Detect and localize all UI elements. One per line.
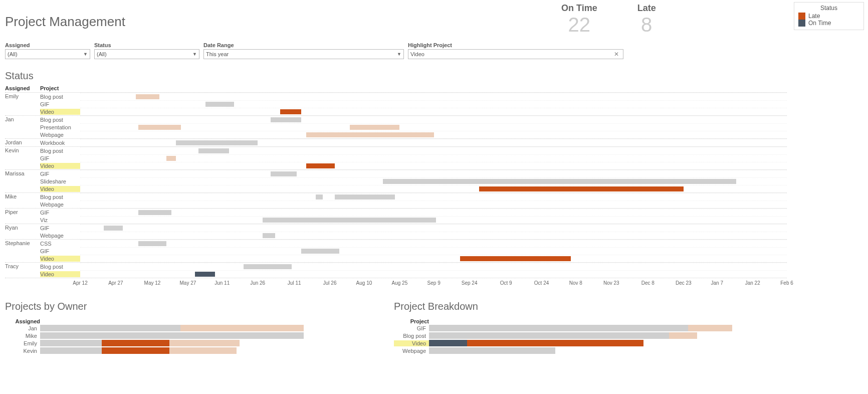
gantt-bar[interactable] [195,272,215,277]
stacked-segment[interactable] [40,347,102,354]
stacked-segment[interactable] [180,325,304,331]
gantt-bar[interactable] [244,264,292,269]
gantt-project-label: Blog post [40,117,80,123]
breakdown-body: GIFBlog postVideoWebpage [394,324,745,354]
stacked-row: Kevin [5,347,321,354]
swatch-ontime-icon [798,20,805,27]
gantt-bar[interactable] [280,109,302,114]
stacked-segment[interactable] [429,325,688,331]
gantt-project-label: Video [40,163,80,169]
gantt-bar[interactable] [263,233,276,238]
gantt-project-row: Webpage [40,232,787,239]
gantt-axis-tick: Apr 27 [108,280,123,286]
stacked-segment[interactable] [467,340,644,346]
legend-title: Status [798,5,859,12]
gantt-axis-tick: Oct 24 [534,280,549,286]
gantt-track [80,147,787,154]
kpi-ontime-value: 22 [561,14,597,36]
gantt-person-name: Marissa [5,170,40,192]
gantt-bar[interactable] [383,179,736,184]
gantt-bar[interactable] [138,125,181,130]
stacked-segment[interactable] [102,340,169,346]
gantt-bar[interactable] [263,218,437,223]
gantt-bar[interactable] [306,132,434,137]
gantt-project-label: Webpage [40,233,80,239]
gantt-person-block: JanBlog postPresentationWebpage [5,116,787,139]
stacked-segment[interactable] [169,347,237,354]
gantt-project-label: Video [40,186,80,192]
gantt-project-row: Presentation [40,123,787,131]
status-section-title: Status [5,70,34,82]
gantt-bar[interactable] [198,148,229,153]
gantt-project-row: Video [40,255,787,262]
gantt-bar[interactable] [271,171,297,176]
stacked-segment[interactable] [40,340,102,346]
gantt-bar[interactable] [138,210,171,215]
filter-assigned-dropdown[interactable]: (All) ▼ [5,49,90,59]
gantt-bar[interactable] [350,125,399,130]
filter-status-label: Status [94,42,199,48]
gantt-bar[interactable] [138,241,167,246]
stacked-track [429,347,745,354]
stacked-segment[interactable] [429,332,669,339]
gantt-project-label: Video [40,109,80,115]
legend-item-ontime[interactable]: On Time [798,20,859,27]
stacked-track [429,325,745,331]
gantt-project-label: CSS [40,241,80,247]
stacked-segment[interactable] [102,347,169,354]
gantt-project-row: Viz [40,216,787,224]
stacked-segment[interactable] [429,340,467,346]
gantt-track [80,263,787,270]
gantt-bar[interactable] [176,140,258,145]
stacked-segment[interactable] [169,340,240,346]
legend-item-late[interactable]: Late [798,13,859,20]
gantt-track [80,162,787,169]
gantt-track [80,201,787,208]
gantt-project-label: Slideshare [40,178,80,184]
gantt-track [80,224,787,232]
gantt-track [80,116,787,123]
gantt-project-label: Video [40,271,80,277]
filter-daterange-label: Date Range [203,42,404,48]
stacked-segment[interactable] [40,325,180,331]
stacked-segment[interactable] [669,332,698,339]
gantt-bar[interactable] [205,102,234,107]
clear-icon[interactable]: ✕ [612,51,621,58]
filter-status-dropdown[interactable]: (All) ▼ [94,49,199,59]
gantt-project-row: GIF [40,224,787,232]
filter-daterange-dropdown[interactable]: This year ▼ [203,49,404,59]
stacked-label: Video [394,340,429,346]
gantt-project-label: Workbook [40,140,80,146]
stacked-segment[interactable] [40,332,304,339]
kpi-ontime: On Time 22 [561,3,597,36]
gantt-project-row: GIF [40,100,787,108]
gantt-axis-tick: Jun 26 [250,280,265,286]
gantt-bar[interactable] [301,249,339,254]
gantt-project-row: GIF [40,247,787,255]
filter-highlight-input[interactable]: Video ✕ [408,49,623,59]
gantt-track [80,131,787,138]
stacked-row: Jan [5,324,321,332]
filter-daterange-group: Date Range This year ▼ [203,42,404,59]
stacked-segment[interactable] [688,325,732,331]
filter-bar: Assigned (All) ▼ Status (All) ▼ Date Ran… [5,42,623,59]
filter-status-group: Status (All) ▼ [94,42,199,59]
gantt-bar[interactable] [271,117,301,122]
breakdown-section-title: Project Breakdown [394,301,478,312]
gantt-bar[interactable] [335,194,395,200]
gantt-bar[interactable] [136,94,159,99]
owners-section-title: Projects by Owner [5,301,87,312]
gantt-col-project: Project [40,85,80,91]
gantt-project-label: Presentation [40,124,80,130]
gantt-bar[interactable] [460,256,571,261]
gantt-person-name: Kevin [5,147,40,169]
gantt-bar[interactable] [306,163,335,168]
gantt-person-name: Jan [5,116,40,138]
gantt-bar[interactable] [104,226,123,231]
stacked-segment[interactable] [429,347,555,354]
gantt-bar[interactable] [316,194,323,200]
gantt-track [80,240,787,247]
gantt-bar[interactable] [166,156,176,161]
gantt-bar[interactable] [479,186,684,191]
gantt-project-row: GIF [40,170,787,177]
